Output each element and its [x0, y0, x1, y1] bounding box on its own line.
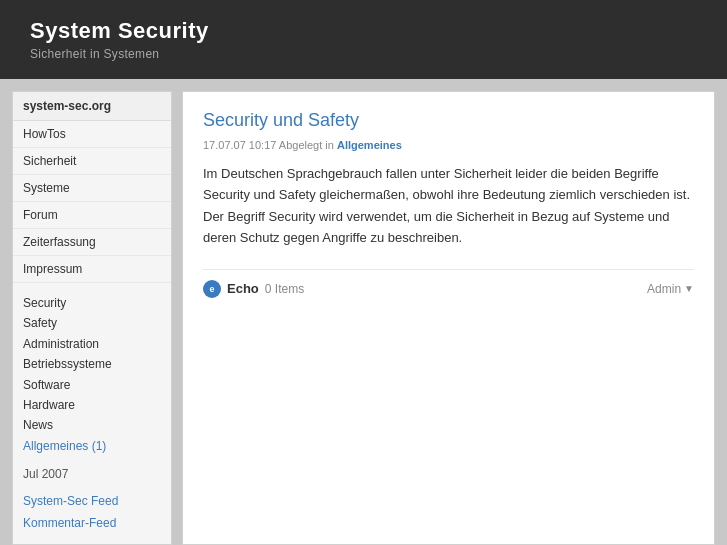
post-date: 17.07.07 10:17 Abgelegt in	[203, 139, 334, 151]
echo-label: Echo	[227, 281, 259, 296]
sidebar-site-link[interactable]: system-sec.org	[13, 92, 171, 121]
kommentar-feed[interactable]: Kommentar-Feed	[23, 513, 161, 535]
site-header: System Security Sicherheit in Systemen	[0, 0, 727, 79]
sidebar-item-zeiterfassung[interactable]: Zeiterfassung	[13, 229, 171, 256]
echo-section: e Echo 0 Items	[203, 280, 304, 298]
system-sec-feed[interactable]: System-Sec Feed	[23, 491, 161, 513]
cat-allgemeines[interactable]: Allgemeines (1)	[23, 436, 161, 456]
content-area: Security und Safety 17.07.07 10:17 Abgel…	[182, 91, 715, 545]
sidebar-item-systeme[interactable]: Systeme	[13, 175, 171, 202]
site-subtitle: Sicherheit in Systemen	[30, 47, 705, 61]
admin-dropdown-arrow: ▼	[684, 283, 694, 294]
admin-label: Admin	[647, 282, 681, 296]
admin-menu[interactable]: Admin ▼	[647, 282, 694, 296]
sidebar-item-impressum[interactable]: Impressum	[13, 256, 171, 283]
cat-software[interactable]: Software	[23, 375, 161, 395]
sidebar-item-forum[interactable]: Forum	[13, 202, 171, 229]
post-body: Im Deutschen Sprachgebrauch fallen unter…	[203, 163, 694, 249]
sidebar: system-sec.org HowTos Sicherheit Systeme…	[12, 91, 172, 545]
site-title: System Security	[30, 18, 705, 44]
sidebar-date: Jul 2007	[13, 461, 171, 487]
cat-safety[interactable]: Safety	[23, 313, 161, 333]
cat-betriebssysteme[interactable]: Betriebssysteme	[23, 354, 161, 374]
main-layout: system-sec.org HowTos Sicherheit Systeme…	[0, 79, 727, 545]
post-title: Security und Safety	[203, 110, 694, 131]
sidebar-categories: Security Safety Administration Betriebss…	[13, 283, 171, 461]
post-meta: 17.07.07 10:17 Abgelegt in Allgemeines	[203, 139, 694, 151]
cat-administration[interactable]: Administration	[23, 334, 161, 354]
echo-icon: e	[203, 280, 221, 298]
cat-news[interactable]: News	[23, 415, 161, 435]
cat-hardware[interactable]: Hardware	[23, 395, 161, 415]
post-category[interactable]: Allgemeines	[337, 139, 402, 151]
sidebar-feeds: System-Sec Feed Kommentar-Feed	[13, 487, 171, 544]
echo-count: 0 Items	[265, 282, 304, 296]
cat-security[interactable]: Security	[23, 293, 161, 313]
echo-bar: e Echo 0 Items Admin ▼	[203, 269, 694, 298]
sidebar-item-howtos[interactable]: HowTos	[13, 121, 171, 148]
sidebar-item-sicherheit[interactable]: Sicherheit	[13, 148, 171, 175]
